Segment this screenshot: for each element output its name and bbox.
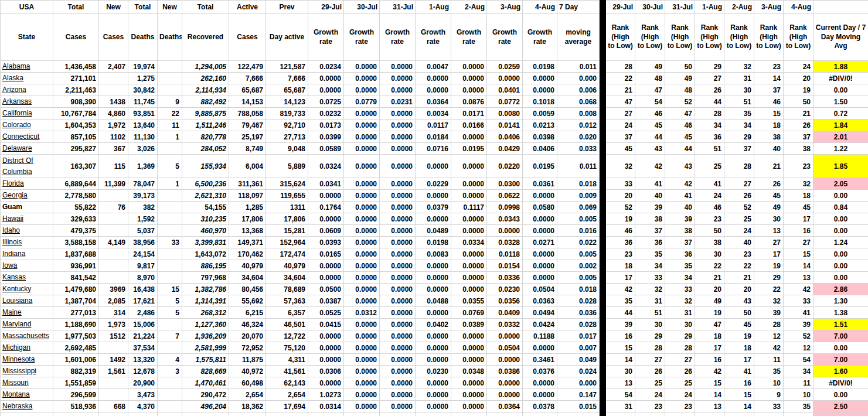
cell-mississippi-prev-day-active[interactable]: 41,561	[266, 366, 308, 377]
cell-california-growth-31-jul[interactable]: 0.0000	[380, 108, 416, 120]
cell-connecticut-rank-31-jul[interactable]: 45	[665, 131, 695, 143]
cell-connecticut-new-cases[interactable]: 1102	[99, 131, 128, 143]
cell-michigan-growth-1-aug[interactable]: 0.0000	[416, 342, 451, 354]
cell-alabama-rank-2-aug[interactable]: 32	[724, 61, 754, 73]
cell-colorado-recovered[interactable]: 1,511,246	[182, 120, 229, 131]
cell-guam-current-vs-avg[interactable]: 0.84	[813, 202, 868, 213]
header-growth-31-jul[interactable]: Growth rate	[380, 14, 416, 61]
state-link-massachusetts[interactable]: Massachusetts	[1, 330, 53, 342]
cell-arkansas-growth-4-aug[interactable]: 0.1018	[523, 96, 557, 108]
cell-idaho-rank-2-aug[interactable]: 24	[724, 225, 754, 237]
cell-maine-total-cases[interactable]: 277,013	[53, 307, 99, 319]
cell-delaware-rank-29-jul[interactable]: 45	[606, 143, 635, 155]
cell-delaware-total-cases[interactable]: 295,827	[53, 143, 99, 155]
cell-iowa-moving-avg[interactable]: 0.002	[557, 260, 600, 272]
cell-connecticut-active-cases[interactable]: 25,197	[229, 131, 266, 143]
cell-iowa-active-cases[interactable]: 40,979	[229, 260, 266, 272]
cell-mississippi-total-cases[interactable]: 882,319	[53, 366, 99, 377]
cell-arizona-rank-4-aug[interactable]: 19	[784, 84, 813, 96]
cell-california-growth-4-aug[interactable]: 0.0059	[523, 108, 557, 120]
cell-kansas-rank-2-aug[interactable]: 21	[724, 272, 754, 284]
cell-connecticut-growth-3-aug[interactable]: 0.0406	[487, 131, 523, 143]
cell-kansas-active-cases[interactable]: 34,604	[229, 272, 266, 284]
state-link-connecticut[interactable]: Connecticut	[1, 131, 53, 143]
cell-hawaii-prev-day-active[interactable]: 17,806	[266, 213, 308, 225]
cell-florida-total-deaths[interactable]: 78,047	[128, 178, 158, 190]
cell-missouri-rank-4-aug[interactable]: 11	[784, 377, 813, 389]
cell-arkansas-new-cases[interactable]: 1438	[99, 96, 128, 108]
cell-idaho-rank-29-jul[interactable]: 46	[606, 225, 635, 237]
cell-iowa-growth-2-aug[interactable]: 0.0000	[451, 260, 487, 272]
cell-arizona-rank-31-jul[interactable]: 48	[665, 84, 695, 96]
cell-michigan-growth-3-aug[interactable]: 0.0504	[487, 342, 523, 354]
cell-california-active-cases[interactable]: 788,058	[229, 108, 266, 120]
cell-arkansas-rank-31-jul[interactable]: 52	[665, 96, 695, 108]
cell-district-of-columbia-total-cases[interactable]: 163,307	[53, 155, 99, 178]
cell-iowa-growth-31-jul[interactable]: 0.0000	[380, 260, 416, 272]
cell-maine-new-deaths[interactable]: 5	[158, 307, 182, 319]
cell-georgia-rank-31-jul[interactable]: 41	[665, 190, 695, 202]
cell-arizona-rank-2-aug[interactable]: 30	[724, 84, 754, 96]
header-growth-3-aug[interactable]: Growth rate	[487, 14, 523, 61]
cell-guam-total-cases[interactable]: 55,822	[53, 202, 99, 213]
cell-alabama-growth-2-aug[interactable]: 0.0000	[451, 61, 487, 73]
cell-guam-growth-1-aug[interactable]: 0.0379	[416, 202, 451, 213]
cell-hawaii-active-cases[interactable]: 17,806	[229, 213, 266, 225]
cell-arizona-rank-3-aug[interactable]: 37	[754, 84, 784, 96]
cell-nebraska-rank-4-aug[interactable]: 35	[784, 401, 813, 412]
cell-michigan-active-cases[interactable]: 72,952	[229, 342, 266, 354]
header-top-total-deaths[interactable]: Total	[128, 1, 158, 14]
cell-missouri-growth-4-aug[interactable]: 0.0000	[523, 377, 557, 389]
cell-arkansas-prev-day-active[interactable]: 14,123	[266, 96, 308, 108]
cell-delaware-rank-30-jul[interactable]: 43	[635, 143, 665, 155]
cell-guam-rank-3-aug[interactable]: 49	[754, 202, 784, 213]
cell-montana-recovered[interactable]: 290,472	[182, 389, 229, 401]
cell-idaho-rank-31-jul[interactable]: 38	[665, 225, 695, 237]
header-top-rank-31-jul[interactable]: 31-Jul	[665, 1, 695, 14]
cell-alabama-total-deaths[interactable]: 19,974	[128, 61, 158, 73]
header-top-growth-3-aug[interactable]: 3-Aug	[487, 1, 523, 14]
cell-florida-growth-4-aug[interactable]: 0.0361	[523, 178, 557, 190]
cell-kansas-growth-3-aug[interactable]: 0.0336	[487, 272, 523, 284]
cell-minnesota-rank-30-jul[interactable]: 27	[635, 354, 665, 366]
cell-alabama-growth-4-aug[interactable]: 0.0198	[523, 61, 557, 73]
cell-nebraska-moving-avg[interactable]: 0.015	[557, 401, 600, 412]
cell-minnesota-rank-1-aug[interactable]: 16	[695, 354, 724, 366]
cell-delaware-rank-3-aug[interactable]: 40	[754, 143, 784, 155]
header-moving-avg[interactable]: moving average	[557, 14, 600, 61]
cell-alaska-growth-30-jul[interactable]: 0.0000	[344, 73, 380, 84]
cell-guam-growth-3-aug[interactable]: 0.0998	[487, 202, 523, 213]
cell-indiana-rank-4-aug[interactable]: 15	[784, 248, 813, 260]
cell-kentucky-growth-30-jul[interactable]: 0.0000	[344, 284, 380, 295]
cell-missouri-prev-day-active[interactable]: 62,143	[266, 377, 308, 389]
cell-delaware-active-cases[interactable]: 8,749	[229, 143, 266, 155]
cell-georgia-prev-day-active[interactable]: 119,655	[266, 190, 308, 202]
state-link-iowa[interactable]: Iowa	[1, 260, 53, 272]
header-rank-29-jul[interactable]: Rank (High to Low)	[606, 14, 635, 61]
cell-nebraska-growth-4-aug[interactable]: 0.0378	[523, 401, 557, 412]
cell-minnesota-rank-4-aug[interactable]: 54	[784, 354, 813, 366]
cell-mississippi-rank-3-aug[interactable]: 35	[754, 366, 784, 377]
cell-nebraska-total-cases[interactable]: 518,936	[53, 401, 99, 412]
cell-massachusetts-current-vs-avg[interactable]: 7.00	[813, 330, 868, 342]
cell-illinois-rank-3-aug[interactable]: 27	[754, 237, 784, 248]
cell-indiana-growth-2-aug[interactable]: 0.0000	[451, 248, 487, 260]
cell-district-of-columbia-active-cases[interactable]: 6,004	[229, 155, 266, 178]
cell-maine-growth-31-jul[interactable]: 0.0000	[380, 307, 416, 319]
cell-mississippi-total-deaths[interactable]: 12,678	[128, 366, 158, 377]
cell-district-of-columbia-new-deaths[interactable]: 5	[158, 155, 182, 178]
cell-alaska-rank-2-aug[interactable]: 31	[724, 73, 754, 84]
cell-michigan-rank-2-aug[interactable]: 18	[724, 342, 754, 354]
cell-mississippi-new-cases[interactable]: 1,561	[99, 366, 128, 377]
cell-hawaii-total-deaths[interactable]: 1,592	[128, 213, 158, 225]
cell-indiana-growth-1-aug[interactable]: 0.0083	[416, 248, 451, 260]
cell-arizona-growth-4-aug[interactable]: 0.0000	[523, 84, 557, 96]
cell-michigan-rank-29-jul[interactable]: 15	[606, 342, 635, 354]
cell-kansas-new-cases[interactable]	[99, 272, 128, 284]
cell-kansas-rank-3-aug[interactable]: 29	[754, 272, 784, 284]
header-top-rank-3-aug[interactable]: 3-Aug	[754, 1, 784, 14]
cell-illinois-rank-2-aug[interactable]: 40	[724, 237, 754, 248]
cell-maryland-rank-29-jul[interactable]: 39	[606, 319, 635, 330]
cell-missouri-recovered[interactable]: 1,470,461	[182, 377, 229, 389]
cell-georgia-rank-3-aug[interactable]: 45	[754, 190, 784, 202]
